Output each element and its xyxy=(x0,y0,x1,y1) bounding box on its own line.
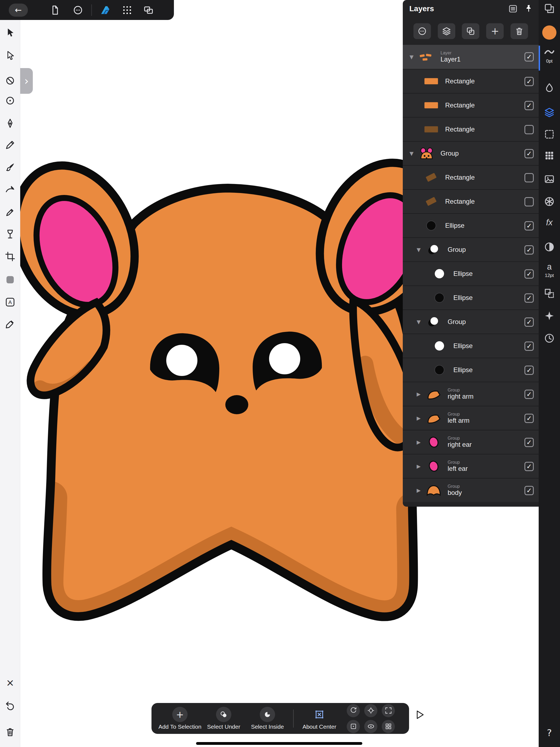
panels-icon[interactable] xyxy=(539,3,560,14)
pin-panel-button[interactable] xyxy=(523,3,535,15)
layer-row-rectangle[interactable]: Rectangle✓ xyxy=(403,93,539,117)
box-dot-button[interactable] xyxy=(347,720,360,733)
disclosure-open-icon[interactable]: ▼ xyxy=(413,247,425,253)
panel-options-button[interactable] xyxy=(507,3,519,15)
visibility-checkbox[interactable]: ✓ xyxy=(525,149,534,158)
move-tool[interactable] xyxy=(2,25,18,41)
adjustments-icon[interactable] xyxy=(539,241,560,253)
node-tool[interactable] xyxy=(2,48,18,63)
color-picker-tool[interactable] xyxy=(2,316,18,332)
layer-row-ellipse[interactable]: Ellipse✓ xyxy=(403,213,539,237)
home-indicator[interactable] xyxy=(196,742,362,745)
layers-studio-icon[interactable] xyxy=(539,107,560,118)
marker-tool[interactable] xyxy=(2,205,18,220)
layer-row-rectangle[interactable]: Rectangle xyxy=(403,117,539,141)
about-center-button[interactable]: About Center xyxy=(298,707,341,730)
rotate-button[interactable] xyxy=(347,704,360,717)
transform-studio-icon[interactable] xyxy=(539,288,560,299)
undo-icon[interactable] xyxy=(2,698,18,713)
visibility-checkbox[interactable] xyxy=(525,125,534,134)
layer-row-right-arm[interactable]: ▶Groupright arm✓ xyxy=(403,382,539,406)
back-button[interactable]: ← xyxy=(9,4,28,17)
opacity-icon[interactable] xyxy=(539,82,560,94)
disclosure-closed-icon[interactable]: ▶ xyxy=(413,439,425,445)
layer-row-ellipse[interactable]: Ellipse✓ xyxy=(403,261,539,285)
disclosure-open-icon[interactable]: ▼ xyxy=(406,54,417,60)
layer-row-layer1[interactable]: ▼LayerLayer1✓ xyxy=(403,45,539,69)
layer-row-body[interactable]: ▶Groupbody✓ xyxy=(403,478,539,502)
disclosure-closed-icon[interactable]: ▶ xyxy=(413,487,425,493)
swatches-icon[interactable] xyxy=(539,150,560,161)
corners-button[interactable] xyxy=(382,704,395,717)
delete-icon[interactable] xyxy=(2,724,18,740)
layer-row-group[interactable]: ▼Group✓ xyxy=(403,310,539,334)
crop-tool[interactable] xyxy=(2,249,18,264)
visibility-checkbox[interactable]: ✓ xyxy=(525,245,534,255)
layer-options-button[interactable] xyxy=(413,23,431,39)
visibility-checkbox[interactable]: ✓ xyxy=(525,462,534,471)
more-options-button[interactable] xyxy=(72,4,84,17)
visibility-checkbox[interactable]: ✓ xyxy=(525,101,534,110)
visibility-checkbox[interactable]: ✓ xyxy=(525,77,534,86)
layer-row-rectangle[interactable]: Rectangle✓ xyxy=(403,69,539,93)
layer-row-group[interactable]: ▼Group✓ xyxy=(403,237,539,261)
text-tool[interactable]: A xyxy=(2,294,18,310)
cancel-icon[interactable]: × xyxy=(2,675,18,690)
mouse-nose[interactable] xyxy=(225,395,248,414)
disclosure-closed-icon[interactable]: ▶ xyxy=(413,391,425,397)
visibility-checkbox[interactable]: ✓ xyxy=(525,269,534,279)
visibility-checkbox[interactable]: ✓ xyxy=(525,52,534,61)
vector-brush-tool[interactable] xyxy=(2,182,18,198)
visibility-checkbox[interactable]: ✓ xyxy=(525,293,534,303)
visibility-checkbox[interactable]: ✓ xyxy=(525,317,534,327)
layer-row-left-ear[interactable]: ▶Groupleft ear✓ xyxy=(403,454,539,478)
layer-row-group[interactable]: ▼Group✓ xyxy=(403,141,539,165)
fill-tool[interactable] xyxy=(2,272,18,287)
visibility-checkbox[interactable] xyxy=(525,173,534,182)
transparency-tool[interactable] xyxy=(2,226,18,242)
stroke-width-icon[interactable]: 0pt xyxy=(539,46,560,64)
image-studio-icon[interactable] xyxy=(539,173,560,185)
fx-icon[interactable]: fx xyxy=(539,217,560,228)
layer-row-ellipse[interactable]: Ellipse✓ xyxy=(403,358,539,382)
color-swatch[interactable] xyxy=(539,25,560,40)
visibility-checkbox[interactable] xyxy=(525,197,534,206)
color-wheel-icon[interactable] xyxy=(539,196,560,207)
add-to-selection-button[interactable]: +Add To Selection xyxy=(158,707,202,730)
duplicate-layer-button[interactable] xyxy=(462,23,479,39)
disclosure-open-icon[interactable]: ▼ xyxy=(406,150,417,156)
layer-row-rectangle[interactable]: Rectangle xyxy=(403,165,539,189)
select-inside-button[interactable]: Select Inside xyxy=(246,707,289,730)
history-icon[interactable] xyxy=(539,333,560,344)
target-button[interactable] xyxy=(364,704,377,717)
visibility-checkbox[interactable]: ✓ xyxy=(525,366,534,375)
document-menu-button[interactable] xyxy=(49,4,61,17)
artboards-button[interactable] xyxy=(142,4,155,17)
visibility-checkbox[interactable]: ✓ xyxy=(525,438,534,447)
layer-row-ellipse[interactable]: Ellipse✓ xyxy=(403,334,539,358)
text-styles-icon[interactable]: a12pt xyxy=(539,262,560,278)
pencil-tool[interactable] xyxy=(2,137,18,153)
layer-row-right-ear[interactable]: ▶Groupright ear✓ xyxy=(403,430,539,454)
disclosure-closed-icon[interactable]: ▶ xyxy=(413,415,425,421)
visibility-checkbox[interactable]: ✓ xyxy=(525,486,534,495)
selection-icon[interactable] xyxy=(539,129,560,140)
pen-tool[interactable] xyxy=(2,115,18,131)
layers-stack-button[interactable] xyxy=(438,23,455,39)
visibility-checkbox[interactable]: ✓ xyxy=(525,414,534,423)
layer-row-left-arm[interactable]: ▶Groupleft arm✓ xyxy=(403,406,539,430)
disclosure-closed-icon[interactable]: ▶ xyxy=(413,463,425,469)
layer-row-rectangle[interactable]: Rectangle xyxy=(403,189,539,213)
visibility-checkbox[interactable]: ✓ xyxy=(525,221,534,231)
grid-options-button[interactable] xyxy=(121,4,133,17)
delete-layer-button[interactable] xyxy=(510,23,528,39)
grid-squares-button[interactable] xyxy=(382,720,395,733)
tools-flyout-handle[interactable]: › xyxy=(20,68,33,94)
visibility-checkbox[interactable]: ✓ xyxy=(525,341,534,351)
visibility-checkbox[interactable]: ✓ xyxy=(525,390,534,399)
snapping-icon[interactable] xyxy=(539,310,560,321)
select-under-button[interactable]: Select Under xyxy=(202,707,246,730)
layer-row-ellipse[interactable]: Ellipse✓ xyxy=(403,285,539,310)
disclosure-open-icon[interactable]: ▼ xyxy=(413,319,425,325)
eye-dot-button[interactable] xyxy=(364,720,377,733)
